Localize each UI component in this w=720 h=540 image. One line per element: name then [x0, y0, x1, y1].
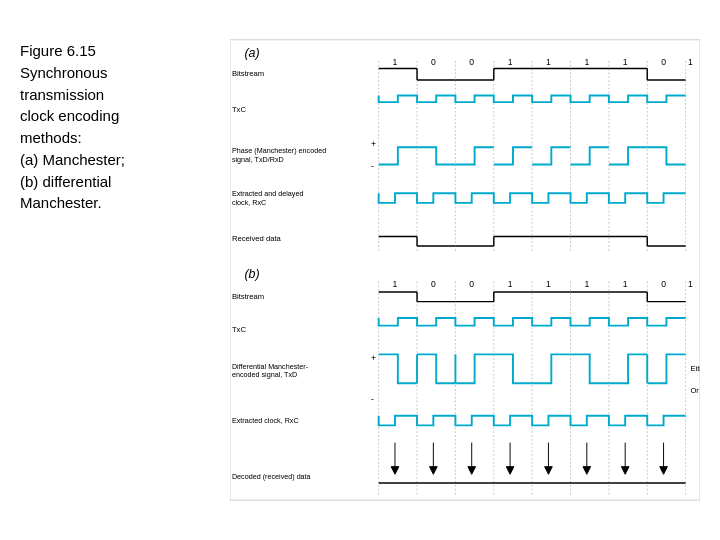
svg-text:0: 0	[469, 57, 474, 67]
svg-text:1: 1	[546, 57, 551, 67]
caption-line2: Synchronous	[20, 64, 108, 81]
svg-text:0: 0	[661, 57, 666, 67]
svg-text:-: -	[371, 394, 374, 404]
caption-line6: (a) Manchester;	[20, 151, 125, 168]
svg-text:Or: Or	[690, 386, 699, 395]
caption-line5: methods:	[20, 129, 82, 146]
svg-text:Received data: Received data	[232, 234, 282, 243]
svg-text:encoded signal, TxD: encoded signal, TxD	[232, 370, 297, 379]
svg-text:0: 0	[431, 279, 436, 289]
caption-line3: transmission	[20, 86, 104, 103]
svg-text:Bitstream: Bitstream	[232, 292, 264, 301]
svg-text:Extracted clock, RxC: Extracted clock, RxC	[232, 416, 299, 425]
svg-text:Bitstream: Bitstream	[232, 69, 264, 78]
svg-text:1: 1	[688, 57, 693, 67]
svg-text:Phase (Manchester) encoded: Phase (Manchester) encoded	[232, 146, 326, 155]
svg-text:1: 1	[393, 279, 398, 289]
svg-text:1: 1	[508, 57, 513, 67]
svg-text:clock, RxC: clock, RxC	[232, 198, 266, 207]
svg-text:0: 0	[469, 279, 474, 289]
svg-text:1: 1	[546, 279, 551, 289]
svg-text:1: 1	[584, 57, 589, 67]
svg-text:1: 1	[688, 279, 693, 289]
diagram-area: (a) Bitstream TxC Phase (Manchester) enc…	[230, 30, 700, 510]
svg-text:1: 1	[584, 279, 589, 289]
svg-text:0: 0	[661, 279, 666, 289]
svg-text:+: +	[371, 139, 376, 149]
caption-text: Figure 6.15 Synchronous transmission clo…	[20, 30, 230, 214]
svg-text:+: +	[371, 353, 376, 363]
caption-line4: clock encoding	[20, 107, 119, 124]
diagram-svg: (a) Bitstream TxC Phase (Manchester) enc…	[230, 30, 700, 510]
caption-line1: Figure 6.15	[20, 42, 96, 59]
svg-text:Extracted and delayed: Extracted and delayed	[232, 189, 304, 198]
svg-text:TxC: TxC	[232, 325, 247, 334]
svg-text:Differential Manchester-: Differential Manchester-	[232, 362, 309, 371]
svg-text:Decoded (received) data: Decoded (received) data	[232, 472, 311, 481]
svg-text:(b): (b)	[244, 267, 259, 281]
svg-text:signal, TxD/RxD: signal, TxD/RxD	[232, 155, 284, 164]
slide-container: Figure 6.15 Synchronous transmission clo…	[0, 0, 720, 540]
svg-text:1: 1	[623, 279, 628, 289]
svg-text:1: 1	[623, 57, 628, 67]
svg-text:0: 0	[431, 57, 436, 67]
svg-rect-0	[230, 40, 700, 500]
caption-line8: Manchester.	[20, 194, 102, 211]
svg-text:(a): (a)	[244, 46, 259, 60]
svg-text:1: 1	[508, 279, 513, 289]
svg-text:1: 1	[393, 57, 398, 67]
caption-line7: (b) differential	[20, 173, 111, 190]
svg-text:TxC: TxC	[232, 105, 247, 114]
svg-text:Eithe: Eithe	[690, 364, 700, 373]
svg-text:-: -	[371, 161, 374, 171]
